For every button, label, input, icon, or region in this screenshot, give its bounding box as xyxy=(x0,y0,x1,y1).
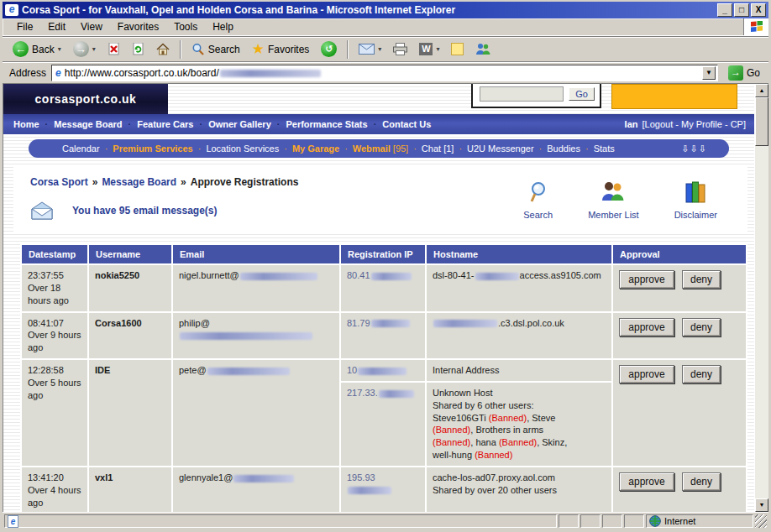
edit-dropdown-icon[interactable]: ▾ xyxy=(436,45,439,53)
ad-banner[interactable] xyxy=(611,84,737,109)
stop-button[interactable] xyxy=(102,40,125,58)
text-segment: pete@ xyxy=(179,365,207,375)
email-notice[interactable]: You have 95 email message(s) xyxy=(72,205,218,216)
approve-button[interactable]: approve xyxy=(619,365,674,383)
scroll-down-icon[interactable]: ▼ xyxy=(755,498,768,512)
vertical-scrollbar[interactable]: ▲ ▼ xyxy=(754,84,768,512)
subnav-item-premium-services[interactable]: Premium Services xyxy=(113,143,192,154)
column-header-username: Username xyxy=(89,245,171,263)
nav-item-home[interactable]: Home xyxy=(12,119,41,129)
registrations-table-body: 23:37:55Over 18 hours agonokia5250nigel.… xyxy=(22,265,746,512)
deny-button[interactable]: deny xyxy=(682,318,721,336)
internet-globe-icon xyxy=(649,515,661,527)
back-dropdown-icon[interactable]: ▾ xyxy=(58,45,61,53)
hostname-line: cache-los-ad07.proxy.aol.com xyxy=(433,472,606,484)
messenger-button[interactable] xyxy=(470,40,496,58)
subnav-item-webmail[interactable]: Webmail xyxy=(353,143,391,154)
text-segment: dsl-80-41- xyxy=(433,270,475,280)
subnav-separator: · xyxy=(534,143,548,154)
home-button[interactable] xyxy=(151,40,175,58)
status-bar: e Internet xyxy=(3,512,768,529)
approve-button[interactable]: approve xyxy=(619,472,674,491)
forward-button[interactable]: → ▾ xyxy=(68,39,101,60)
site-search-input[interactable] xyxy=(480,86,564,102)
deny-button[interactable]: deny xyxy=(682,365,721,383)
action-disclaimer[interactable]: Disclaimer xyxy=(674,180,717,220)
discuss-button[interactable] xyxy=(446,40,469,58)
deny-button[interactable]: deny xyxy=(682,270,721,289)
nav-item-feature-cars[interactable]: Feature Cars xyxy=(135,119,195,129)
nav-item-contact-us[interactable]: Contact Us xyxy=(380,119,433,129)
member-list-icon xyxy=(601,180,626,204)
refresh-icon xyxy=(132,43,144,55)
home-icon xyxy=(156,43,170,55)
scrollbar-thumb[interactable] xyxy=(755,97,768,146)
mail-dropdown-icon[interactable]: ▾ xyxy=(378,45,381,53)
approve-button[interactable]: approve xyxy=(619,318,674,336)
email-cell: pete@ xyxy=(173,360,339,466)
mail-button[interactable]: ▾ xyxy=(354,41,386,57)
nav-item-message-board[interactable]: Message Board xyxy=(52,119,123,129)
ago-text: Over 5 hours ago xyxy=(28,377,81,402)
print-button[interactable] xyxy=(388,40,412,58)
scrollbar-track[interactable] xyxy=(755,146,768,498)
subnav-item-chat-1-[interactable]: Chat [1] xyxy=(422,143,454,154)
menu-view[interactable]: View xyxy=(73,19,110,34)
back-button[interactable]: ← Back ▾ xyxy=(8,39,66,60)
action-member-list[interactable]: Member List xyxy=(588,180,639,220)
security-zone-label: Internet xyxy=(664,516,695,526)
subnav-separator: · xyxy=(339,143,353,154)
breadcrumb-corsa-sport[interactable]: Corsa Sport xyxy=(30,176,88,188)
subnav-item-my-garage[interactable]: My Garage xyxy=(292,143,339,154)
subnav-item-stats[interactable]: Stats xyxy=(594,143,615,154)
deny-button[interactable]: deny xyxy=(682,472,721,491)
hostname-line: Shared by 6 other users: xyxy=(433,399,606,412)
go-button[interactable]: → Go xyxy=(723,64,765,82)
subnav-item-location-services[interactable]: Location Services xyxy=(206,143,279,154)
nav-item-performance-stats[interactable]: Performance Stats xyxy=(284,119,369,129)
time-text: 12:28:58 xyxy=(28,364,81,377)
sub-nav-wrap: Calendar·Premium Services·Location Servi… xyxy=(3,134,754,158)
subnav-item-calendar[interactable]: Calendar xyxy=(62,143,100,154)
menu-favorites[interactable]: Favorites xyxy=(110,19,166,34)
subnav-item-buddies[interactable]: Buddies xyxy=(547,143,580,154)
site-search-go-button[interactable]: Go xyxy=(569,87,595,101)
subnav-item-u2u-messenger[interactable]: U2U Messenger xyxy=(467,143,533,154)
nav-item-owner-gallery[interactable]: Owner Gallery xyxy=(207,119,273,129)
menu-help[interactable]: Help xyxy=(205,19,241,34)
close-button[interactable]: X xyxy=(751,3,766,17)
collapse-arrows-icon[interactable]: ⇩⇩⇩ xyxy=(681,143,707,154)
address-dropdown-icon[interactable]: ▼ xyxy=(702,66,716,80)
registration-ip-cell: 80.41 xyxy=(341,265,425,311)
minimize-button[interactable]: _ xyxy=(717,3,732,17)
subnav-badge: [95] xyxy=(393,143,408,154)
search-button[interactable]: Search xyxy=(186,40,245,59)
favorites-button[interactable]: ★ Favorites xyxy=(247,41,315,58)
approve-button[interactable]: approve xyxy=(619,270,674,289)
forward-dropdown-icon[interactable]: ▾ xyxy=(92,45,96,53)
history-button[interactable]: ↺ xyxy=(316,39,342,60)
action-search[interactable]: Search xyxy=(523,180,553,220)
datestamp-cell: 23:37:55Over 18 hours ago xyxy=(22,265,87,311)
session-links[interactable]: [Logout - My Profile - CP] xyxy=(642,119,747,129)
redacted-segment xyxy=(240,273,317,280)
breadcrumb-message-board[interactable]: Message Board xyxy=(102,176,176,188)
site-logo[interactable]: corsasport.co.uk xyxy=(3,84,168,114)
scroll-up-icon[interactable]: ▲ xyxy=(755,84,768,97)
time-text: 13:41:20 xyxy=(28,472,81,484)
edit-with-word-button[interactable]: W ▾ xyxy=(414,40,444,58)
column-header-datestamp: Datestamp xyxy=(22,245,87,263)
address-url[interactable]: http://www.corsasport.co.uk/board/ xyxy=(65,67,699,79)
menu-file[interactable]: File xyxy=(9,19,40,34)
ago-text: Over 9 hours ago xyxy=(28,329,81,354)
text-segment: access.as9105.com xyxy=(520,270,601,280)
resize-grip[interactable] xyxy=(755,514,767,528)
maximize-button[interactable]: □ xyxy=(734,3,749,17)
menu-tools[interactable]: Tools xyxy=(166,19,205,34)
menu-edit[interactable]: Edit xyxy=(40,19,73,34)
refresh-button[interactable] xyxy=(127,40,149,58)
text-segment: well-hung xyxy=(433,450,475,460)
address-input[interactable]: e http://www.corsasport.co.uk/board/ ▼ xyxy=(51,65,718,81)
hostname-cell: Unknown HostShared by 6 other users:Stev… xyxy=(427,383,611,466)
search-icon xyxy=(191,43,205,56)
